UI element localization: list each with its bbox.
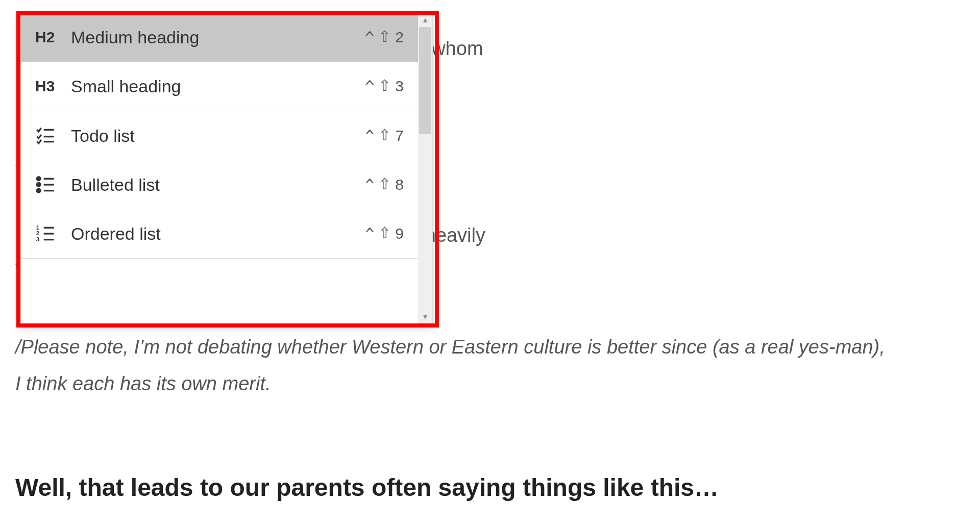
ctrl-icon: ^ <box>365 127 374 145</box>
svg-text:3: 3 <box>36 236 40 242</box>
menu-item-shortcut: ^ ⇧ 7 <box>365 127 404 145</box>
shift-icon: ⇧ <box>378 126 391 144</box>
menu-item-shortcut: ^ ⇧ 3 <box>365 78 404 95</box>
menu-item-ordered-list[interactable]: 1 2 3 Ordered list ^ ⇧ 9 <box>21 209 418 258</box>
menu-item-medium-heading[interactable]: H2 Medium heading ^ ⇧ 2 <box>21 13 418 62</box>
menu-item-shortcut: ^ ⇧ 9 <box>365 225 404 243</box>
ctrl-icon: ^ <box>365 225 374 243</box>
paragraph-note-italic: /Please note, I’m not debating whether W… <box>15 329 965 402</box>
shift-icon: ⇧ <box>378 224 391 242</box>
shift-icon: ⇧ <box>378 77 391 94</box>
menu-item-label: Medium heading <box>65 28 365 47</box>
ordered-list-icon: 1 2 3 <box>35 223 65 244</box>
menu-item-shortcut: ^ ⇧ 2 <box>365 29 404 46</box>
menu-item-bulleted-list[interactable]: Bulleted list ^ ⇧ 8 <box>21 160 418 209</box>
menu-divider <box>21 258 418 259</box>
shortcut-number: 3 <box>395 78 404 95</box>
svg-point-5 <box>37 189 40 192</box>
shortcut-number: 8 <box>395 176 404 193</box>
menu-item-label: Ordered list <box>65 224 365 244</box>
svg-point-3 <box>37 177 40 181</box>
scroll-down-icon[interactable]: ▾ <box>418 310 432 324</box>
shortcut-number: 7 <box>395 127 404 144</box>
menu-item-small-heading[interactable]: H3 Small heading ^ ⇧ 3 <box>21 62 418 111</box>
ctrl-icon: ^ <box>365 176 374 194</box>
shift-icon: ⇧ <box>378 175 391 193</box>
shift-icon: ⇧ <box>378 28 391 45</box>
menu-item-todo-list[interactable]: Todo list ^ ⇧ 7 <box>21 111 418 160</box>
shortcut-number: 2 <box>395 29 404 46</box>
menu-item-label: Bulleted list <box>65 175 365 195</box>
svg-point-4 <box>37 183 40 187</box>
ctrl-icon: ^ <box>365 29 374 46</box>
menu-item-label: Small heading <box>65 77 365 96</box>
ctrl-icon: ^ <box>365 78 374 95</box>
scroll-up-icon[interactable]: ▴ <box>418 13 432 27</box>
todo-list-icon <box>35 125 65 146</box>
h3-icon: H3 <box>35 78 65 95</box>
text-line: /Please note, I’m not debating whether W… <box>15 336 885 358</box>
text-line: I think each has its own merit. <box>15 373 271 394</box>
shortcut-number: 9 <box>395 225 404 242</box>
menu-scrollbar[interactable]: ▴ ▾ <box>418 13 432 324</box>
h2-icon: H2 <box>35 29 65 46</box>
block-type-menu[interactable]: H2 Medium heading ^ ⇧ 2 H3 Small heading… <box>20 12 433 324</box>
bulleted-list-icon <box>35 174 65 195</box>
section-heading: Well, that leads to our parents often sa… <box>15 473 965 501</box>
menu-item-label: Todo list <box>65 126 365 146</box>
block-type-menu-list: H2 Medium heading ^ ⇧ 2 H3 Small heading… <box>21 13 418 324</box>
scroll-thumb[interactable] <box>419 27 431 134</box>
menu-item-shortcut: ^ ⇧ 8 <box>365 176 404 194</box>
